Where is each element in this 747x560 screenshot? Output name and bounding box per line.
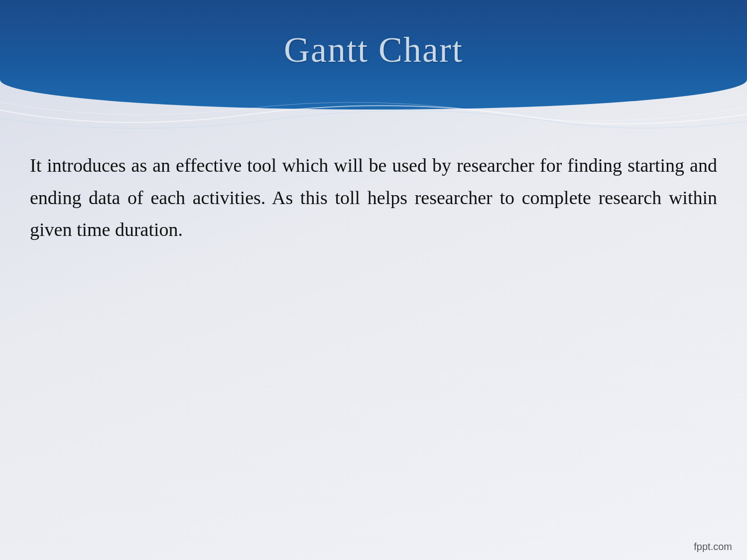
slide-title-container: Gantt Chart [0,0,747,100]
slide-title: Gantt Chart [284,29,463,71]
body-text: It introduces as an effective tool which… [30,149,717,246]
footer-text: fppt.com [694,541,732,552]
slide: Gantt Chart It introduces as an effectiv… [0,0,747,560]
footer: fppt.com [694,541,732,553]
content-area: It introduces as an effective tool which… [30,139,717,520]
